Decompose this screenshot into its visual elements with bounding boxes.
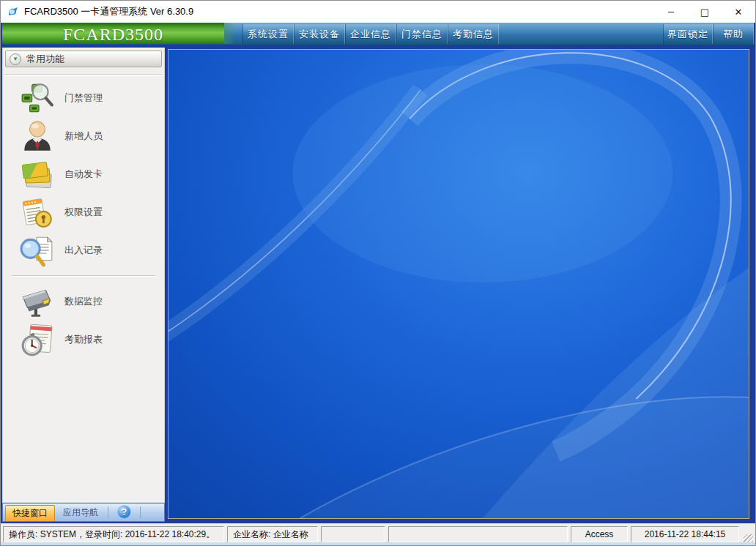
tabbar-separator	[108, 506, 108, 518]
status-empty-panel	[321, 526, 385, 542]
records-search-icon	[20, 233, 55, 267]
status-clock: 2016-11-22 18:44:15	[631, 526, 739, 542]
sidebar-item-data-monitor[interactable]: 数据监控	[3, 283, 164, 321]
menubar: FCARD3500 系统设置 安装设备 企业信息 门禁信息 考勤信息 界面锁定 …	[2, 23, 754, 46]
tab-quick-window[interactable]: 快捷窗口	[5, 505, 55, 521]
sidebar-item-attendance-report[interactable]: 考勤报表	[3, 321, 164, 359]
status-empty-panel	[388, 526, 568, 542]
sidebar-item-label: 新增人员	[64, 130, 103, 143]
maximize-button[interactable]: □	[688, 1, 722, 23]
sidebar-item-add-person[interactable]: 新增人员	[3, 117, 164, 155]
menu-item-help[interactable]: 帮助	[713, 24, 754, 44]
app-window: FCARD3500 一卡通管理系统 Ver 6.30.9 ─ □ ✕ FCARD…	[0, 0, 756, 546]
sidebar-item-label: 考勤报表	[64, 333, 103, 346]
sidebar-item-permission-settings[interactable]: 权限设置	[3, 193, 164, 231]
sidebar-item-label: 自动发卡	[64, 168, 103, 181]
wallpaper-art	[168, 50, 749, 518]
menu-item-company-info[interactable]: 企业信息	[345, 24, 396, 44]
attendance-report-icon	[20, 323, 55, 356]
main-workspace	[168, 49, 749, 519]
sidebar-item-label: 数据监控	[64, 295, 103, 308]
tabbar-separator	[140, 506, 141, 518]
add-person-icon	[20, 119, 55, 153]
sidebar-divider	[4, 74, 163, 76]
sidebar-item-auto-card[interactable]: 自动发卡	[3, 155, 164, 193]
minimize-button[interactable]: ─	[654, 1, 688, 23]
auto-card-icon	[20, 157, 55, 191]
close-button[interactable]: ✕	[722, 1, 755, 23]
brand-banner: FCARD3500	[2, 23, 224, 46]
window-bottom-edge	[1, 542, 755, 545]
tab-app-navigation[interactable]: 应用导航	[55, 505, 106, 521]
collapse-icon[interactable]: ▼	[10, 53, 21, 65]
brand-logo: FCARD3500	[63, 25, 163, 45]
window-title: FCARD3500 一卡通管理系统 Ver 6.30.9	[24, 5, 193, 18]
window-controls: ─ □ ✕	[654, 1, 755, 23]
monitor-camera-icon	[20, 285, 55, 318]
menu-item-system-settings[interactable]: 系统设置	[242, 24, 294, 44]
statusbar: 操作员: SYSTEM，登录时间: 2016-11-22 18:40:29。 企…	[1, 523, 755, 544]
sidebar-group-divider	[12, 275, 155, 277]
menu-item-access-info[interactable]: 门禁信息	[396, 24, 448, 44]
app-icon	[7, 6, 19, 18]
sidebar-header[interactable]: ▼ 常用功能	[5, 51, 162, 67]
sidebar-item-access-records[interactable]: 出入记录	[3, 231, 164, 269]
status-company: 企业名称: 企业名称	[227, 526, 318, 542]
menu-item-lock-ui[interactable]: 界面锁定	[663, 24, 713, 44]
sidebar-item-access-management[interactable]: 门禁管理	[3, 79, 164, 117]
permission-lock-icon	[20, 195, 55, 229]
main-menu: 系统设置 安装设备 企业信息 门禁信息 考勤信息	[242, 24, 499, 44]
sidebar: ▼ 常用功能 门禁管理	[2, 48, 165, 503]
menu-right: 界面锁定 帮助	[663, 24, 754, 44]
menu-item-attendance-info[interactable]: 考勤信息	[448, 24, 499, 44]
help-icon[interactable]: ?	[117, 505, 131, 519]
status-database: Access	[571, 526, 628, 542]
sidebar-header-label: 常用功能	[26, 53, 64, 66]
menu-item-install-devices[interactable]: 安装设备	[294, 24, 345, 44]
status-operator: 操作员: SYSTEM，登录时间: 2016-11-22 18:40:29。	[3, 526, 224, 542]
titlebar: FCARD3500 一卡通管理系统 Ver 6.30.9 ─ □ ✕	[1, 1, 755, 23]
sidebar-item-label: 出入记录	[64, 244, 103, 257]
sidebar-item-label: 权限设置	[64, 206, 103, 219]
access-search-icon	[20, 81, 55, 115]
sidebar-item-label: 门禁管理	[64, 91, 103, 105]
sidebar-tabbar: 快捷窗口 应用导航 ?	[2, 503, 165, 522]
sidebar-items: 门禁管理 新增人员	[3, 79, 164, 359]
